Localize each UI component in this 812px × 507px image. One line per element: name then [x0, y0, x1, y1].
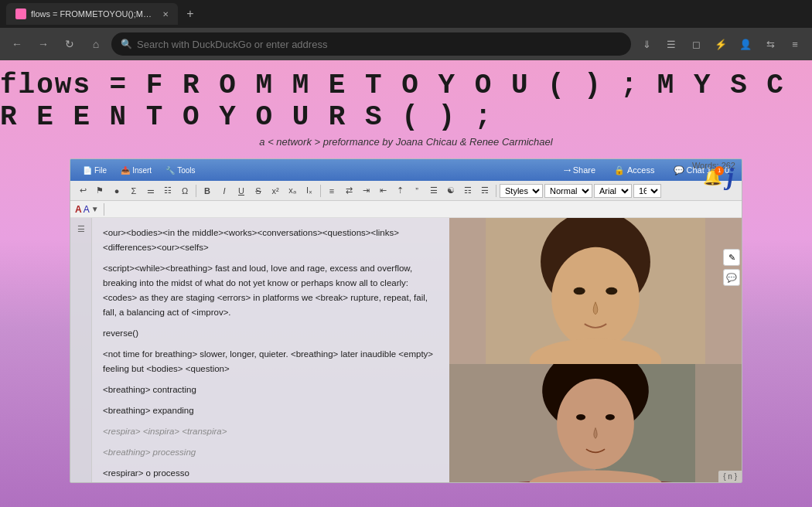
svg-point-4 — [606, 288, 617, 294]
editor-main-area: <our><bodies><in the middle><works><conv… — [92, 218, 742, 483]
editor-toolbar: ↩ ⚑ ● Σ ⚌ ☷ Ω B I U S x² xₐ Iₓ ≡ ⇄ ⇥ ⇤ ⇡… — [70, 181, 742, 201]
video-frame-bottom — [449, 364, 742, 483]
editor-menu: 📄File 📥Insert 🔧Tools — [77, 165, 202, 176]
notification-bell[interactable]: 🔔 1 — [703, 168, 722, 186]
reload-button[interactable]: ↻ — [59, 33, 80, 55]
toolbar-sep1 — [196, 185, 196, 197]
toolbar-superscript[interactable]: x² — [268, 183, 283, 199]
toolbar-italic2[interactable]: Iₓ — [302, 183, 317, 199]
toolbar-undo[interactable]: ↩ — [75, 183, 90, 199]
sync-icon[interactable]: ⇆ — [759, 33, 781, 55]
toolbar-bold[interactable]: B — [200, 183, 215, 199]
toolbar-indent1[interactable]: ⇥ — [358, 183, 374, 199]
toolbar-flag[interactable]: ⚑ — [92, 183, 107, 199]
browser-chrome: flows = FROMMETOYOU();MYS... ✕ + ← → ↻ ⌂… — [0, 0, 812, 60]
toolbar-list2[interactable]: ⇄ — [341, 183, 357, 199]
video-panel — [449, 218, 742, 483]
tools-menu[interactable]: 🔧Tools — [159, 165, 201, 176]
doc-line1: <our><bodies><in the middle><works><conv… — [103, 226, 438, 255]
address-input[interactable] — [137, 39, 622, 50]
user-avatar[interactable]: j — [727, 162, 734, 191]
subbar-sep — [104, 203, 104, 216]
doc-line2: <script><while><breathing> fast and loud… — [103, 261, 438, 320]
svg-point-11 — [606, 414, 615, 420]
toolbar-italic[interactable]: I — [217, 183, 232, 199]
doc-right-icons: ✎ 💬 — [723, 249, 740, 286]
toolbar-underline[interactable]: U — [234, 183, 249, 199]
format-select[interactable]: Normal — [544, 184, 592, 198]
new-tab-button[interactable]: + — [181, 5, 200, 23]
toolbar-align2[interactable]: ☯ — [443, 183, 459, 199]
toolbar-quote[interactable]: ” — [409, 183, 425, 199]
address-bar[interactable]: 🔍 — [111, 32, 631, 56]
document-text-panel[interactable]: <our><bodies><in the middle><works><conv… — [92, 218, 449, 483]
doc-overlap: <our><bodies><in the middle><works><conv… — [92, 218, 742, 483]
menu-icon[interactable]: ≡ — [784, 33, 806, 55]
toolbar-align4[interactable]: ☴ — [477, 183, 493, 199]
doc-line7: <respira> <inspira> <transpira> — [103, 424, 438, 439]
toolbar-align3[interactable]: ☶ — [460, 183, 476, 199]
toolbar-circle[interactable]: ● — [109, 183, 125, 199]
toolbar-list1[interactable]: ≡ — [324, 183, 339, 199]
file-menu[interactable]: 📄File — [77, 165, 113, 176]
toolbar-align1[interactable]: ☰ — [426, 183, 442, 199]
home-button[interactable]: ⌂ — [85, 33, 107, 55]
toolbar-grid[interactable]: ☷ — [160, 183, 176, 199]
toolbar-subscript[interactable]: xₐ — [285, 183, 300, 199]
size-select[interactable]: 16 — [633, 184, 661, 198]
page-content: flows = F R O M M E T O Y O U ( ) ; M Y … — [0, 60, 812, 507]
toolbar-table[interactable]: ⚌ — [143, 183, 159, 199]
toolbar-omega[interactable]: Ω — [177, 183, 193, 199]
toolbar-indent3[interactable]: ⇡ — [392, 183, 408, 199]
doc-line8: <breathing> processing — [103, 445, 438, 460]
edit-icon[interactable]: ✎ — [723, 249, 740, 266]
comment-icon[interactable]: 💬 — [723, 269, 740, 286]
styles-select[interactable]: Styles — [500, 184, 543, 198]
sidebar-list-icon[interactable]: ☰ — [73, 221, 89, 236]
toolbar-sep3 — [496, 185, 496, 197]
video-frame-top — [449, 218, 742, 364]
download-icon[interactable]: ⇓ — [636, 33, 657, 55]
account-icon[interactable]: 👤 — [735, 33, 756, 55]
tab-bar: flows = FROMMETOYOU();MYS... ✕ + — [0, 0, 812, 28]
share-button[interactable]: ⤏Share — [558, 164, 602, 177]
browser-actions: ⇓ ☰ ◻ ⚡ 👤 ⇆ ≡ — [636, 33, 806, 55]
doc-line9: <respirar> o processo — [103, 466, 438, 481]
toolbar-sigma[interactable]: Σ — [126, 183, 142, 199]
editor-sidebar: ☰ — [70, 218, 92, 483]
editor-menu-bar: 📄File 📥Insert 🔧Tools ⤏Share 🔒Access 💬 — [70, 159, 742, 181]
access-button[interactable]: 🔒Access — [608, 164, 660, 177]
editor-subbar: A A ▼ Words: 262 — [70, 201, 742, 218]
editor-body: ☰ <our><bodies><in the middle><works><co… — [70, 218, 742, 483]
page-subtitle: a < network > preformance by Joana Chica… — [259, 136, 552, 148]
doc-line6: <breathing> expanding — [103, 403, 438, 418]
doc-line3: reverse() — [103, 326, 438, 341]
extensions-icon[interactable]: ⚡ — [710, 33, 732, 55]
tab-favicon — [15, 9, 26, 19]
back-button[interactable]: ← — [6, 33, 28, 55]
svg-point-9 — [557, 379, 634, 469]
svg-point-2 — [551, 247, 640, 349]
insert-menu[interactable]: 📥Insert — [114, 165, 158, 176]
tab-close-icon[interactable]: ✕ — [162, 10, 169, 19]
nav-bar: ← → ↻ ⌂ 🔍 ⇓ ☰ ◻ ⚡ 👤 ⇆ ≡ — [0, 28, 812, 60]
svg-point-3 — [574, 288, 585, 294]
forward-button[interactable]: → — [32, 33, 54, 55]
toolbar-strikethrough[interactable]: S — [251, 183, 266, 199]
font-color-control[interactable]: A A ▼ — [75, 204, 99, 215]
browser-tab[interactable]: flows = FROMMETOYOU();MYS... ✕ — [6, 3, 178, 25]
notification-badge: 1 — [715, 166, 724, 175]
page-title: flows = F R O M M E T O Y O U ( ) ; M Y … — [0, 70, 812, 133]
bottom-bar: { n } — [718, 471, 742, 482]
search-icon: 🔍 — [121, 39, 132, 49]
toolbar-indent2[interactable]: ⇤ — [375, 183, 391, 199]
tab-title: flows = FROMMETOYOU();MYS... — [31, 9, 155, 19]
font-select[interactable]: Arial — [594, 184, 632, 198]
svg-point-10 — [576, 414, 585, 420]
window-icon[interactable]: ◻ — [685, 33, 707, 55]
doc-line4: <not time for breathing> slower, longer,… — [103, 347, 438, 376]
doc-line5: <breathing> contracting — [103, 383, 438, 397]
document-editor: 🔔 1 j 📄File 📥Insert 🔧Tools ⤏Share — [70, 158, 742, 483]
toolbar-sep2 — [320, 185, 321, 197]
bookmarks-icon[interactable]: ☰ — [660, 33, 682, 55]
